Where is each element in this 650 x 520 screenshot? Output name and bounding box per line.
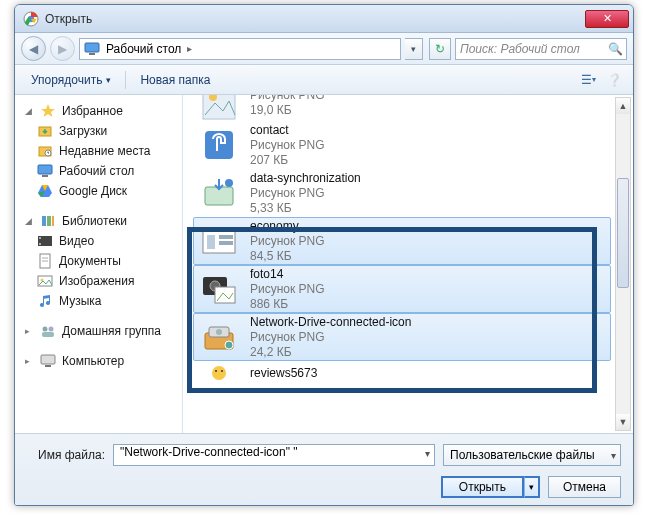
search-placeholder: Поиск: Рабочий стол (460, 42, 580, 56)
open-button[interactable]: Открыть ▾ (441, 476, 540, 498)
svg-rect-18 (39, 243, 41, 245)
file-icon (199, 173, 239, 213)
titlebar: Открыть ✕ (15, 5, 633, 33)
address-dropdown-button[interactable]: ▾ (405, 38, 423, 60)
svg-rect-37 (219, 241, 233, 245)
file-row[interactable]: Рисунок PNG19,0 КБ (193, 95, 611, 121)
chrome-icon (23, 11, 39, 27)
open-dialog: Открыть ✕ ◀ ▶ Рабочий стол ▸ ▾ ↻ Поиск: … (14, 4, 634, 506)
file-type-filter[interactable]: Пользовательские файлы (443, 444, 621, 466)
svg-rect-36 (219, 235, 233, 239)
nav-forward-button[interactable]: ▶ (50, 36, 75, 61)
close-button[interactable]: ✕ (585, 10, 629, 28)
svg-rect-8 (38, 165, 52, 174)
sidebar-favorites[interactable]: ◢Избранное (21, 101, 182, 121)
search-input[interactable]: Поиск: Рабочий стол 🔍 (455, 38, 627, 60)
sidebar-libraries[interactable]: ◢Библиотеки (21, 211, 182, 231)
svg-rect-17 (39, 237, 41, 239)
file-row[interactable]: economyРисунок PNG84,5 КБ (193, 217, 611, 265)
refresh-button[interactable]: ↻ (429, 38, 451, 60)
svg-point-47 (221, 370, 223, 372)
sidebar-homegroup[interactable]: ▸Домашняя группа (21, 321, 182, 341)
organize-button[interactable]: Упорядочить ▾ (23, 70, 119, 90)
file-icon (199, 125, 239, 165)
svg-rect-3 (89, 53, 95, 55)
file-icon (199, 363, 239, 383)
open-dropdown-button[interactable]: ▾ (524, 476, 540, 498)
svg-rect-35 (207, 235, 215, 249)
svg-rect-31 (205, 131, 233, 159)
video-icon (37, 233, 53, 249)
scrollbar[interactable]: ▲ ▼ (615, 97, 631, 431)
file-icon (199, 221, 239, 261)
address-text: Рабочий стол (106, 42, 181, 56)
file-row[interactable]: data-synchronizationРисунок PNG5,33 КБ (193, 169, 611, 217)
new-folder-button[interactable]: Новая папка (132, 70, 218, 90)
svg-rect-9 (42, 175, 48, 177)
file-row[interactable]: Network-Drive-connected-iconРисунок PNG2… (193, 313, 611, 361)
desktop-icon (37, 163, 53, 179)
scroll-down-button[interactable]: ▼ (616, 414, 630, 430)
file-icon (199, 95, 239, 123)
download-icon (37, 123, 53, 139)
gdrive-icon (37, 183, 53, 199)
toolbar: Упорядочить ▾ Новая папка ☰ ▾ ❔ (15, 65, 633, 95)
chevron-right-icon: ▸ (187, 43, 192, 54)
svg-point-44 (225, 341, 233, 349)
svg-point-45 (212, 366, 226, 380)
sidebar: ◢Избранное Загрузки Недавние места Рабоч… (15, 95, 183, 433)
sidebar-item-documents[interactable]: Документы (21, 251, 182, 271)
nav-back-button[interactable]: ◀ (21, 36, 46, 61)
pictures-icon (37, 273, 53, 289)
music-icon (37, 293, 53, 309)
computer-icon (40, 353, 56, 369)
svg-point-24 (43, 327, 48, 332)
svg-rect-13 (42, 216, 46, 226)
file-row[interactable]: contactРисунок PNG207 КБ (193, 121, 611, 169)
scroll-up-button[interactable]: ▲ (616, 98, 630, 114)
view-options-button[interactable]: ☰ ▾ (577, 69, 599, 91)
filename-label: Имя файла: (27, 448, 105, 462)
navbar: ◀ ▶ Рабочий стол ▸ ▾ ↻ Поиск: Рабочий ст… (15, 33, 633, 65)
sidebar-item-downloads[interactable]: Загрузки (21, 121, 182, 141)
svg-rect-2 (85, 43, 99, 52)
file-icon (199, 269, 239, 309)
sidebar-computer[interactable]: ▸Компьютер (21, 351, 182, 371)
file-row[interactable]: reviews5673 (193, 361, 611, 385)
sidebar-item-gdrive[interactable]: Google Диск (21, 181, 182, 201)
svg-point-33 (225, 179, 233, 187)
svg-rect-27 (41, 355, 55, 364)
svg-rect-26 (42, 332, 54, 337)
desktop-icon (84, 41, 100, 57)
file-list: Рисунок PNG19,0 КБ contactРисунок PNG207… (183, 95, 633, 433)
file-icon (199, 317, 239, 357)
star-icon (40, 103, 56, 119)
sidebar-item-music[interactable]: Музыка (21, 291, 182, 311)
document-icon (37, 253, 53, 269)
cancel-button[interactable]: Отмена (548, 476, 621, 498)
svg-marker-4 (41, 104, 55, 117)
help-button[interactable]: ❔ (603, 69, 625, 91)
address-bar[interactable]: Рабочий стол ▸ (79, 38, 401, 60)
footer: Имя файла: "Network-Drive-connected-icon… (15, 433, 633, 506)
window-title: Открыть (45, 12, 585, 26)
libraries-icon (40, 213, 56, 229)
file-row[interactable]: foto14Рисунок PNG886 КБ (193, 265, 611, 313)
homegroup-icon (40, 323, 56, 339)
filename-input[interactable]: "Network-Drive-connected-icon" " (113, 444, 435, 466)
sidebar-item-videos[interactable]: Видео (21, 231, 182, 251)
svg-point-25 (49, 327, 54, 332)
sidebar-item-recent[interactable]: Недавние места (21, 141, 182, 161)
svg-rect-14 (47, 216, 51, 226)
svg-point-46 (215, 370, 217, 372)
svg-rect-28 (45, 365, 51, 367)
recent-icon (37, 143, 53, 159)
scroll-thumb[interactable] (617, 178, 629, 288)
search-icon: 🔍 (608, 42, 622, 56)
svg-point-43 (216, 329, 222, 335)
sidebar-item-desktop[interactable]: Рабочий стол (21, 161, 182, 181)
separator (125, 71, 126, 89)
svg-rect-15 (52, 216, 54, 226)
sidebar-item-pictures[interactable]: Изображения (21, 271, 182, 291)
